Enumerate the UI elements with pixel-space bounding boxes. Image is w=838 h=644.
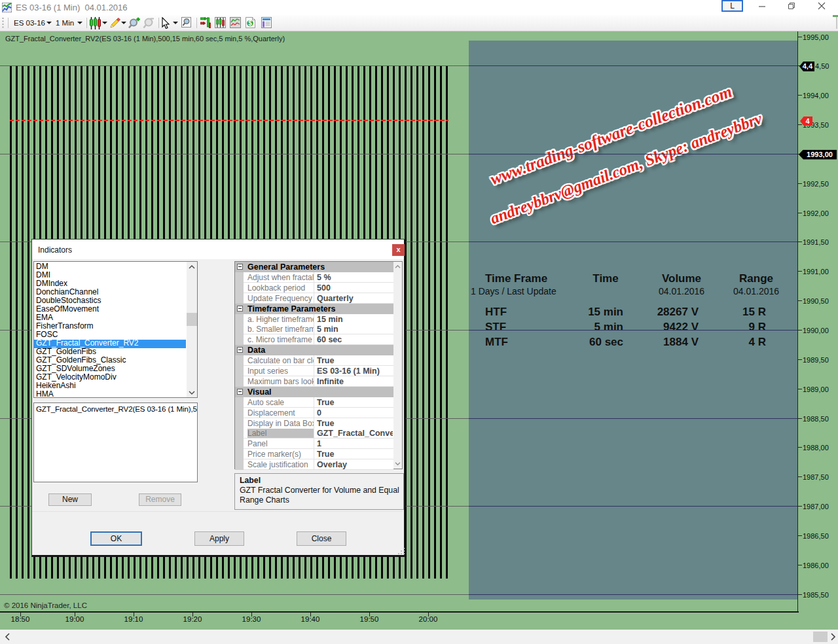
svg-text:$: $ <box>248 20 252 27</box>
